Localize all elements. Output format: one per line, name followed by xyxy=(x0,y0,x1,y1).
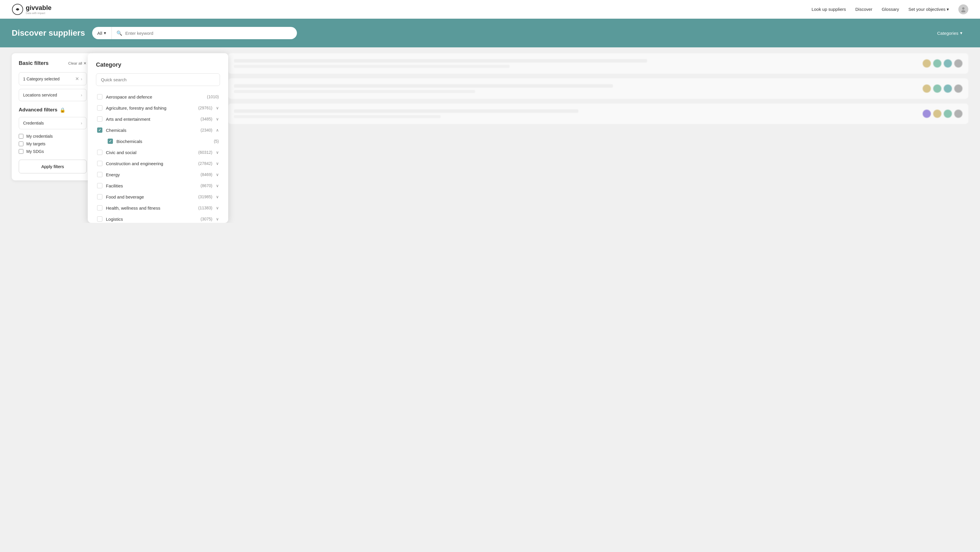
logo-icon xyxy=(12,3,24,15)
category-checkbox-agriculture[interactable] xyxy=(97,105,102,111)
nav-set-objectives[interactable]: Set your objectives ▾ xyxy=(908,7,949,12)
user-icon xyxy=(960,6,966,12)
expand-food-icon[interactable]: ∨ xyxy=(216,194,219,199)
svg-point-1 xyxy=(962,7,964,10)
lock-icon: 🔒 xyxy=(60,107,65,113)
category-checkbox-logistics[interactable] xyxy=(97,216,102,222)
search-bar: All ▾ 🔍 xyxy=(92,27,297,39)
category-item-aerospace[interactable]: Aerospace and defence (1010) xyxy=(96,91,220,102)
my-targets-checkbox[interactable]: My targets xyxy=(19,141,87,146)
search-all-button[interactable]: All ▾ xyxy=(92,27,112,39)
logo-main: givvable xyxy=(26,4,51,11)
category-item-energy[interactable]: Energy (8469) ∨ xyxy=(96,169,220,180)
card-dot xyxy=(944,84,952,93)
category-checkbox-energy[interactable] xyxy=(97,172,102,177)
my-sdgs-checkbox[interactable]: My SDGs xyxy=(19,149,87,154)
expand-agriculture-icon[interactable]: ∨ xyxy=(216,106,219,110)
search-input[interactable] xyxy=(125,31,292,36)
result-card xyxy=(228,103,968,124)
user-avatar[interactable] xyxy=(958,5,968,14)
card-dot xyxy=(944,59,952,68)
search-icon: 🔍 xyxy=(116,30,122,36)
category-checkbox-facilities[interactable] xyxy=(97,183,102,188)
card-dot xyxy=(954,59,963,68)
card-dot xyxy=(933,59,941,68)
categories-button[interactable]: Categories ▾ xyxy=(931,27,968,39)
category-checkbox-health[interactable] xyxy=(97,205,102,211)
advanced-filters-title: Advanced filters 🔒 xyxy=(19,107,87,113)
main-content: Basic filters Clear all ✕ 1 Category sel… xyxy=(0,48,980,223)
filters-header: Basic filters Clear all ✕ xyxy=(19,60,87,67)
expand-facilities-icon[interactable]: ∨ xyxy=(216,183,219,188)
close-icon: ✕ xyxy=(83,61,87,65)
card-dot xyxy=(954,84,963,93)
card-dot xyxy=(954,109,963,118)
main-nav: Look up suppliers Discover Glossary Set … xyxy=(811,5,968,14)
filters-title: Basic filters xyxy=(19,60,49,67)
locations-filter-chip[interactable]: Locations serviced › xyxy=(19,89,87,101)
credentials-filter-chip[interactable]: Credentials › xyxy=(19,117,87,129)
category-checkbox-chemicals[interactable] xyxy=(97,127,102,133)
search-input-wrapper: 🔍 xyxy=(112,30,297,36)
category-item-construction[interactable]: Construction and engineering (27842) ∨ xyxy=(96,158,220,169)
category-filter-chip[interactable]: 1 Category selected ✕ › xyxy=(19,72,87,86)
card-dot xyxy=(944,109,952,118)
chevron-down-icon: ▾ xyxy=(104,30,106,36)
result-card xyxy=(228,78,968,99)
hero-banner: Discover suppliers All ▾ 🔍 Categories ▾ xyxy=(0,19,980,48)
chevron-right-icon: › xyxy=(81,121,82,125)
logo: givvable Data with impact xyxy=(12,3,51,15)
advanced-checkbox-list: My credentials My targets My SDGs xyxy=(19,134,87,154)
chevron-right-icon: › xyxy=(81,76,82,81)
category-checkbox-food[interactable] xyxy=(97,194,102,200)
category-checkbox-civic[interactable] xyxy=(97,150,102,155)
expand-chemicals-icon[interactable]: ∧ xyxy=(216,128,219,132)
nav-discover[interactable]: Discover xyxy=(855,7,872,12)
clear-category-icon[interactable]: ✕ xyxy=(75,76,79,82)
expand-arts-icon[interactable]: ∨ xyxy=(216,117,219,121)
category-checkbox-aerospace[interactable] xyxy=(97,94,102,99)
subcategory-item-biochemicals[interactable]: Biochemicals (5) xyxy=(96,136,220,147)
filters-panel: Basic filters Clear all ✕ 1 Category sel… xyxy=(12,53,94,181)
category-item-agriculture[interactable]: Agriculture, forestry and fishing (29761… xyxy=(96,102,220,113)
nav-glossary[interactable]: Glossary xyxy=(882,7,899,12)
card-dot xyxy=(923,59,931,68)
clear-all-button[interactable]: Clear all ✕ xyxy=(68,61,87,65)
apply-filters-button[interactable]: Apply filters xyxy=(19,160,87,173)
card-dot xyxy=(923,109,931,118)
chevron-down-icon: ▾ xyxy=(960,30,963,36)
card-dot xyxy=(923,84,931,93)
category-item-chemicals[interactable]: Chemicals (2340) ∧ xyxy=(96,125,220,136)
quick-search-input[interactable] xyxy=(96,73,220,86)
expand-energy-icon[interactable]: ∨ xyxy=(216,172,219,177)
category-item-arts[interactable]: Arts and entertainment (3485) ∨ xyxy=(96,113,220,125)
category-item-logistics[interactable]: Logistics (3075) ∨ xyxy=(96,213,220,223)
category-checkbox-arts[interactable] xyxy=(97,116,102,122)
logo-text: givvable Data with impact xyxy=(26,4,51,14)
header: givvable Data with impact Look up suppli… xyxy=(0,0,980,19)
my-credentials-checkbox[interactable]: My credentials xyxy=(19,134,87,139)
expand-health-icon[interactable]: ∨ xyxy=(216,206,219,210)
result-card xyxy=(228,53,968,74)
nav-look-up-suppliers[interactable]: Look up suppliers xyxy=(811,7,846,12)
category-item-facilities[interactable]: Facilities (8670) ∨ xyxy=(96,180,220,191)
chevron-right-icon: › xyxy=(81,93,82,97)
category-list: Aerospace and defence (1010) Agriculture… xyxy=(96,91,220,223)
category-item-food[interactable]: Food and beverage (31985) ∨ xyxy=(96,191,220,202)
subcategory-checkbox-biochemicals[interactable] xyxy=(108,139,113,144)
chevron-down-icon: ▾ xyxy=(947,7,949,12)
expand-construction-icon[interactable]: ∨ xyxy=(216,161,219,166)
logo-sub: Data with impact xyxy=(26,12,51,14)
page-title: Discover suppliers xyxy=(12,29,85,38)
svg-point-2 xyxy=(961,10,966,12)
card-dot xyxy=(933,84,941,93)
category-item-health[interactable]: Health, wellness and fitness (11383) ∨ xyxy=(96,202,220,213)
category-panel: Category Aerospace and defence (1010) Ag… xyxy=(88,53,228,223)
category-panel-title: Category xyxy=(96,62,220,68)
expand-logistics-icon[interactable]: ∨ xyxy=(216,217,219,221)
result-cards-background xyxy=(228,53,968,128)
category-item-civic[interactable]: Civic and social (60312) ∨ xyxy=(96,147,220,158)
card-dot xyxy=(933,109,941,118)
category-checkbox-construction[interactable] xyxy=(97,161,102,166)
expand-civic-icon[interactable]: ∨ xyxy=(216,150,219,155)
